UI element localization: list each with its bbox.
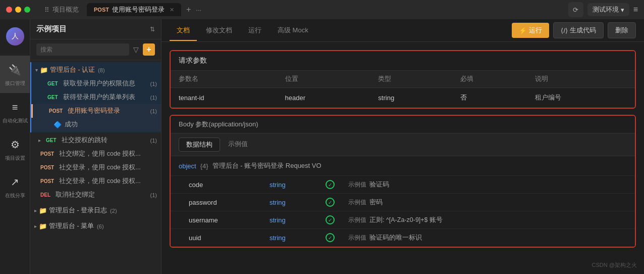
tab-overview-label: 项目概览 — [52, 5, 79, 14]
tree-item-get-menu[interactable]: GET 获得登录用户的菜单列表 (1) — [31, 90, 161, 104]
group-login-log-count: (2) — [110, 208, 117, 214]
filter-icon[interactable]: ▽ — [133, 45, 139, 54]
group-auth-header[interactable]: ▾ 📁 管理后台 - 认证 (8) — [31, 63, 161, 77]
maximize-button[interactable] — [24, 7, 30, 13]
main-layout: 人 🔌 接口管理 ≡ 自动化测试 ⚙ 项目设置 ↗ 在线分享 示例项目 ⇅ ▽ … — [0, 19, 644, 274]
field-row-password: password string ✓ 示例值 密码 — [171, 194, 635, 211]
col-type: 类型 — [370, 71, 452, 88]
tree-item-post-social-bind[interactable]: POST 社交绑定，使用 code 授权... — [30, 147, 161, 161]
check-circle-icon: ✓ — [326, 198, 335, 207]
success-label: 成功 — [65, 120, 78, 129]
post-badge: POST — [38, 178, 56, 185]
item-name: 获取登录用户的权限信息 — [63, 79, 146, 88]
folder-icon: 📁 — [39, 207, 47, 214]
test-icon: ≡ — [7, 99, 23, 115]
tab-project-overview[interactable]: ⠿ 项目概览 — [38, 3, 85, 16]
body-tab-example[interactable]: 示例值 — [221, 138, 255, 152]
item-name: 使用账号密码登录 — [68, 107, 146, 115]
sidebar-item-share[interactable]: ↗ 在线分享 — [0, 168, 30, 205]
tree-item-success[interactable]: 🔷 成功 — [31, 118, 161, 131]
param-required-cell: 否 — [452, 88, 527, 108]
field-name: code — [189, 181, 270, 189]
group-login-log: ▸ 📁 管理后台 - 登录日志 (2) — [30, 203, 161, 218]
tree-item-post-social-login2[interactable]: POST 社交登录，使用 code 授权... — [30, 174, 161, 188]
tree-item-del-social-bind[interactable]: DEL 取消社交绑定 (1) — [30, 188, 161, 202]
grid-icon: ⠿ — [44, 6, 49, 14]
param-desc-cell: 租户编号 — [527, 88, 635, 108]
field-type: string — [270, 216, 320, 224]
search-input[interactable] — [36, 43, 129, 56]
sidebar-test-label: 自动化测试 — [3, 117, 28, 124]
avatar[interactable]: 人 — [6, 27, 24, 45]
group-social: ▸ GET 社交授权的跳转 (1) POST 社交绑定，使用 code 授权..… — [30, 132, 161, 203]
minimize-button[interactable] — [15, 7, 21, 13]
field-type: string — [270, 181, 320, 189]
group-auth-label: 管理后台 - 认证 — [50, 66, 95, 74]
col-param-name: 参数名 — [171, 71, 277, 88]
item-name: 社交登录，使用 code 授权... — [59, 177, 157, 186]
gen-label: 生成代码 — [570, 26, 596, 35]
sub-tabbar: 文档 修改文档 运行 高级 Mock ⚡ 运行 ⟨/⟩ 生成代码 删除 — [162, 19, 644, 42]
close-button[interactable] — [6, 7, 12, 13]
chevron-right-icon: ▸ — [34, 223, 37, 229]
run-label: 运行 — [529, 26, 542, 35]
menu-button[interactable]: ≡ — [633, 5, 638, 14]
add-tab-button[interactable]: + — [183, 5, 194, 14]
request-params-section: 请求参数 参数名 位置 类型 必填 说明 tenant-id — [170, 50, 636, 109]
col-desc: 说明 — [527, 71, 635, 88]
tab-docs[interactable]: 文档 — [170, 21, 197, 41]
project-arrow-icon[interactable]: ⇅ — [150, 26, 155, 33]
field-type: string — [270, 234, 320, 242]
body-tab-structure[interactable]: 数据结构 — [179, 138, 220, 152]
chevron-right-icon: ▸ — [34, 208, 37, 213]
get-badge: GET — [44, 137, 59, 144]
sidebar-item-test[interactable]: ≡ 自动化测试 — [0, 93, 30, 130]
example-label: 示例值 — [348, 234, 366, 242]
refresh-button[interactable]: ⟳ — [568, 2, 583, 17]
sidebar-item-settings[interactable]: ⚙ 项目设置 — [0, 130, 30, 168]
sidebar-item-api[interactable]: 🔌 接口管理 — [0, 56, 30, 93]
object-row: object {4} 管理后台 - 账号密码登录 Request VO — [171, 156, 635, 176]
col-required: 必填 — [452, 71, 527, 88]
chevron-right-icon: ▸ — [38, 138, 41, 143]
tab-mock[interactable]: 高级 Mock — [271, 21, 315, 41]
env-selector[interactable]: 测试环境 ▾ — [587, 3, 629, 16]
check-circle-icon: ✓ — [326, 180, 335, 189]
tree-item-get-social-redirect[interactable]: ▸ GET 社交授权的跳转 (1) — [30, 133, 161, 147]
delete-button[interactable]: 删除 — [608, 22, 636, 38]
item-name: 社交授权的跳转 — [62, 136, 146, 145]
share-icon: ↗ — [7, 174, 23, 190]
more-tabs-button[interactable]: ··· — [196, 6, 201, 14]
table-row: tenant-id header string 否 租户编号 — [171, 88, 635, 108]
params-section-title: 请求参数 — [171, 51, 635, 70]
param-position-cell: header — [277, 88, 370, 108]
group-login-log-header[interactable]: ▸ 📁 管理后台 - 登录日志 (2) — [30, 204, 161, 217]
tab-post-label: 使用账号密码登录 — [112, 5, 165, 14]
tab-run[interactable]: 运行 — [241, 21, 269, 41]
tab-close-icon[interactable]: ✕ — [170, 7, 174, 13]
item-name: 社交绑定，使用 code 授权... — [59, 150, 157, 158]
get-badge: GET — [45, 80, 60, 87]
add-button[interactable]: + — [143, 43, 155, 56]
chevron-down-icon: ▾ — [35, 67, 38, 73]
group-menu-header[interactable]: ▸ 📁 管理后台 - 菜单 (6) — [30, 219, 161, 233]
tab-edit-docs[interactable]: 修改文档 — [199, 21, 239, 41]
tree-item-post-login[interactable]: POST 使用账号密码登录 (1) — [31, 104, 161, 118]
get-badge: GET — [45, 94, 60, 101]
chevron-down-icon: ▾ — [621, 6, 624, 14]
tree-item-get-permission[interactable]: GET 获取登录用户的权限信息 (1) — [31, 77, 161, 90]
post-badge: POST — [47, 108, 65, 114]
tree-item-post-social-login1[interactable]: POST 社交登录，使用 code 授权... — [30, 161, 161, 174]
run-button[interactable]: ⚡ 运行 — [512, 23, 549, 38]
tab-post-login[interactable]: POST 使用账号密码登录 ✕ — [87, 3, 181, 16]
main-content: 文档 修改文档 运行 高级 Mock ⚡ 运行 ⟨/⟩ 生成代码 删除 请求 — [162, 19, 644, 274]
field-row-uuid: uuid string ✓ 示例值 验证码的唯一标识 — [171, 229, 635, 247]
object-desc: 管理后台 - 账号密码登录 Request VO — [212, 161, 321, 170]
api-icon: 🔌 — [7, 62, 23, 78]
group-menu: ▸ 📁 管理后台 - 菜单 (6) — [30, 218, 161, 234]
col-position: 位置 — [277, 71, 370, 88]
generate-code-button[interactable]: ⟨/⟩ 生成代码 — [553, 22, 604, 38]
settings-icon: ⚙ — [7, 136, 23, 153]
titlebar: ⠿ 项目概览 POST 使用账号密码登录 ✕ + ··· ⟳ 测试环境 ▾ ≡ — [0, 0, 644, 19]
check-circle-icon: ✓ — [326, 215, 335, 224]
